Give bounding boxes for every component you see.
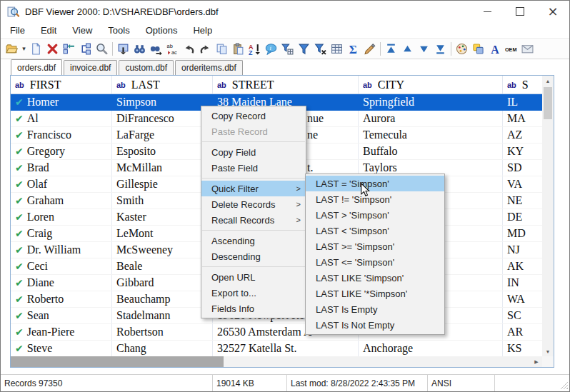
export-save-icon[interactable] bbox=[115, 41, 131, 57]
cell-first[interactable]: ✔Diane bbox=[11, 275, 112, 291]
replace-icon[interactable]: abac bbox=[164, 41, 181, 57]
cell-state[interactable]: IL bbox=[503, 94, 543, 110]
menu-item-recall-records[interactable]: Recall Records> bbox=[201, 212, 306, 228]
column-header-street[interactable]: abSTREET bbox=[213, 76, 359, 94]
open-file-icon[interactable] bbox=[4, 41, 20, 57]
menu-item-paste-field[interactable]: Paste Field bbox=[201, 160, 306, 176]
menu-file[interactable]: File bbox=[2, 24, 33, 37]
menu-item-last-like-simpson[interactable]: LAST LIKE 'Simpson' bbox=[306, 270, 444, 286]
column-header-first[interactable]: abFIRST bbox=[11, 76, 112, 94]
cell-last[interactable]: Gibbard bbox=[112, 275, 213, 291]
table-row[interactable]: ✔SteveChang32527 Katella St.AnchorageKS bbox=[11, 341, 554, 357]
cell-last[interactable]: Beauchamp bbox=[112, 291, 213, 307]
cell-state[interactable]: SC bbox=[503, 308, 543, 323]
cell-last[interactable]: Chang bbox=[112, 341, 213, 356]
cell-last[interactable]: LaFarge bbox=[112, 127, 213, 143]
cell-first[interactable]: ✔Dr. William bbox=[11, 242, 112, 258]
menu-item-export-to[interactable]: Export to... bbox=[201, 285, 306, 301]
oem-charset-icon[interactable]: OEM bbox=[503, 41, 519, 57]
find-icon[interactable] bbox=[131, 41, 148, 57]
cell-state[interactable]: VA bbox=[503, 176, 543, 192]
menu-options[interactable]: Options bbox=[138, 24, 186, 37]
cell-first[interactable]: ✔Craig bbox=[11, 226, 112, 241]
menu-view[interactable]: View bbox=[64, 24, 100, 37]
cell-first[interactable]: ✔Homer bbox=[11, 94, 112, 110]
appearance-icon[interactable] bbox=[470, 41, 486, 57]
cell-last[interactable]: Esposito bbox=[112, 144, 213, 159]
cell-last[interactable]: Gillespie bbox=[112, 176, 213, 192]
cell-last[interactable]: Simpson bbox=[112, 94, 213, 110]
minimize-button[interactable] bbox=[471, 1, 504, 22]
next-record-icon[interactable] bbox=[416, 41, 432, 57]
paste-icon[interactable] bbox=[230, 41, 246, 57]
column-header-s[interactable]: abS bbox=[503, 76, 543, 94]
cell-state[interactable]: NJ bbox=[503, 242, 543, 258]
clear-filter-icon[interactable] bbox=[312, 41, 329, 57]
vertical-scroll-thumb[interactable] bbox=[544, 87, 552, 119]
cell-city[interactable]: Aurora bbox=[359, 111, 503, 126]
menu-item-last-is-not-empty[interactable]: LAST Is Not Empty bbox=[306, 317, 444, 333]
copy-icon[interactable] bbox=[214, 41, 230, 57]
cell-state[interactable]: NE bbox=[503, 193, 543, 208]
cell-state[interactable]: KY bbox=[503, 144, 543, 159]
cell-first[interactable]: ✔Brad bbox=[11, 160, 112, 176]
sort-az-icon[interactable]: AZ bbox=[246, 41, 263, 57]
sum-icon[interactable]: Σ bbox=[345, 41, 361, 57]
menu-item-last-like-simpson[interactable]: LAST LIKE '*Simpson' bbox=[306, 286, 444, 301]
cell-first[interactable]: ✔Ceci bbox=[11, 258, 112, 274]
menu-item-descending[interactable]: Descending bbox=[201, 248, 306, 264]
cell-first[interactable]: ✔Olaf bbox=[11, 176, 112, 192]
last-record-icon[interactable] bbox=[432, 41, 449, 57]
cell-last[interactable]: Beale bbox=[112, 258, 213, 274]
cell-state[interactable]: DE bbox=[503, 209, 543, 225]
menu-item-quick-filter[interactable]: Quick Filter> bbox=[201, 181, 306, 196]
tab-orderitems-dbf[interactable]: orderitems.dbf bbox=[175, 60, 243, 75]
cell-first[interactable]: ✔Sean bbox=[11, 308, 112, 323]
cell-last[interactable]: LeMont bbox=[112, 226, 213, 241]
zoom-icon[interactable] bbox=[94, 41, 110, 57]
cell-street[interactable]: 32527 Katella St. bbox=[213, 341, 359, 356]
vertical-scrollbar[interactable]: ▲ ▼ bbox=[542, 76, 554, 356]
cell-state[interactable]: MD bbox=[503, 226, 543, 241]
scroll-down-icon[interactable]: ▼ bbox=[542, 346, 554, 356]
menu-item-paste-record[interactable]: Paste Record bbox=[201, 124, 306, 139]
cell-last[interactable]: Kaster bbox=[112, 209, 213, 225]
brush-icon[interactable] bbox=[361, 41, 378, 57]
cell-last[interactable]: McMillan bbox=[112, 160, 213, 176]
menu-item-ascending[interactable]: Ascending bbox=[201, 233, 306, 248]
menu-item-fields-info[interactable]: Fields Info bbox=[201, 301, 306, 316]
color-palette-icon[interactable] bbox=[454, 41, 470, 57]
cell-state[interactable]: AK bbox=[503, 258, 543, 274]
set-filter-icon[interactable] bbox=[296, 41, 312, 57]
menu-item-last-is-empty[interactable]: LAST Is Empty bbox=[306, 301, 444, 317]
cell-state[interactable]: AZ bbox=[503, 127, 543, 143]
menu-item-last-simpson[interactable]: LAST < 'Simpson' bbox=[306, 223, 444, 238]
cell-state[interactable]: MA bbox=[503, 111, 543, 126]
menu-item-open-url[interactable]: Open URL bbox=[201, 269, 306, 285]
cell-first[interactable]: ✔Francisco bbox=[11, 127, 112, 143]
fields-structure-icon[interactable] bbox=[77, 41, 94, 57]
cell-last[interactable]: McSweeney bbox=[112, 242, 213, 258]
cell-first[interactable]: ✔Jean-Piere bbox=[11, 324, 112, 340]
goto-record-icon[interactable] bbox=[61, 41, 77, 57]
horizontal-scrollbar[interactable]: ▶ bbox=[11, 356, 542, 367]
cell-state[interactable]: AR bbox=[503, 324, 543, 340]
cell-state[interactable]: KS bbox=[503, 341, 543, 356]
menu-help[interactable]: Help bbox=[185, 24, 220, 37]
cell-last[interactable]: DiFrancesco bbox=[112, 111, 213, 126]
cell-first[interactable]: ✔Al bbox=[11, 111, 112, 126]
cell-city[interactable]: Temecula bbox=[359, 127, 503, 143]
horizontal-scroll-thumb[interactable] bbox=[11, 356, 224, 367]
tab-invoice-dbf[interactable]: invoice.dbf bbox=[64, 60, 117, 75]
menu-edit[interactable]: Edit bbox=[33, 24, 64, 37]
menu-item-last-simpson[interactable]: LAST = 'Simpson' bbox=[306, 176, 444, 191]
menu-item-copy-field[interactable]: Copy Field bbox=[201, 144, 306, 160]
menu-item-last-simpson[interactable]: LAST > 'Simpson' bbox=[306, 207, 444, 223]
close-button[interactable]: × bbox=[536, 1, 569, 22]
prior-record-icon[interactable] bbox=[399, 41, 416, 57]
cell-state[interactable]: SD bbox=[503, 160, 543, 176]
tab-orders-dbf[interactable]: orders.dbf bbox=[11, 59, 62, 75]
scroll-right-icon[interactable]: ▶ bbox=[531, 356, 542, 367]
cell-state[interactable]: WA bbox=[503, 291, 543, 307]
cell-city[interactable]: Anchorage bbox=[359, 341, 503, 356]
